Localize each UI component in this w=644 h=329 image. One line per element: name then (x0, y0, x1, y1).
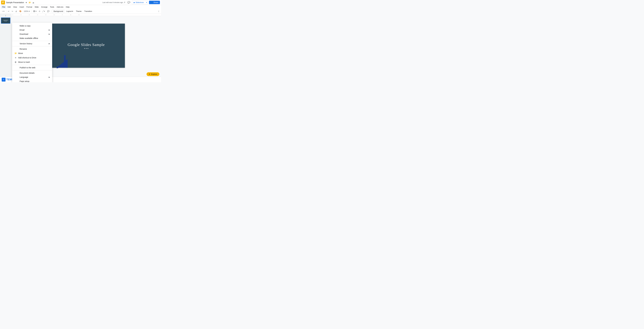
menu-edit[interactable]: Edit (6, 6, 12, 8)
title-icons: ★ 📁 ☁ (25, 1, 34, 4)
menu-item-publish[interactable]: Publish to the web (12, 66, 52, 70)
menu-item-add-shortcut[interactable]: ⊕ Add shortcut to Drive (12, 56, 52, 60)
menu-view[interactable]: View (12, 6, 18, 8)
menu-item-move[interactable]: 📁 Move (12, 51, 52, 56)
slide-canvas[interactable]: Google Slides Sample (48, 24, 125, 68)
svg-rect-1 (2, 2, 4, 2)
ruler-mark-6: 6 (54, 14, 62, 16)
folder-icon[interactable]: 📁 (28, 1, 31, 4)
menu-item-page-setup[interactable]: Page setup (12, 79, 52, 82)
ruler-mark-2: 2 (20, 14, 29, 16)
ruler-mark-7: 7 (62, 14, 70, 16)
slide-canvas-wrapper: Google Slides Sample (45, 16, 128, 75)
make-copy-label: Make a copy (20, 25, 30, 27)
comment-button[interactable]: 💬 (127, 0, 131, 4)
slide-number-1: 1 (5, 15, 6, 16)
main-area: 1 Google SlidesSample ⊞ ☰ 1 2 3 4 5 6 7 … (0, 14, 161, 82)
menu-insert[interactable]: Insert (18, 6, 25, 8)
transition-button[interactable]: Transition (83, 10, 93, 13)
background-button[interactable]: Background (52, 10, 64, 13)
explore-icon: ✦ (149, 73, 150, 75)
toolbar-divider-1 (6, 10, 6, 13)
last-edit-text: Last edit was 8 minutes ago (102, 2, 123, 4)
email-label: Email (20, 29, 24, 31)
menu-item-version-history[interactable]: Version history ▶ (12, 42, 52, 46)
collapse-button[interactable]: ⟨ (158, 10, 160, 13)
publish-label: Publish to the web (20, 66, 35, 69)
ruler: 1 2 3 4 5 6 7 8 9 (11, 14, 161, 16)
file-dropdown-menu: Make a copy Email ▶ Download ▶ Make avai… (12, 23, 52, 82)
menu-file[interactable]: File (1, 6, 6, 8)
menu-item-doc-details[interactable]: Document details (12, 71, 52, 75)
ruler-mark-4: 4 (37, 14, 45, 16)
document-title: Sample Presentation (6, 2, 24, 4)
select-button[interactable]: ⊙ (38, 10, 41, 13)
comment-tool-button[interactable]: 💬 (46, 10, 50, 13)
move-label: Move (18, 52, 23, 54)
svg-rect-3 (2, 3, 3, 3)
slide-dot-2 (86, 48, 87, 49)
menu-section-5: Document details Language ▶ Page setup P… (12, 70, 52, 82)
menu-item-make-offline[interactable]: Make available offline (12, 36, 52, 40)
theme-button[interactable]: Theme (75, 10, 82, 13)
present-button-group: ▶ Slideshow ▾ (132, 0, 148, 4)
template-logo-icon: T (2, 78, 6, 82)
print-button[interactable]: 🖨 (14, 10, 18, 13)
menu-item-rename[interactable]: Rename (12, 47, 52, 51)
menu-item-language[interactable]: Language ▶ (12, 75, 52, 79)
menu-format[interactable]: Format (26, 6, 33, 8)
activity-button[interactable]: ↗ (123, 0, 126, 4)
star-icon[interactable]: ★ (25, 1, 28, 4)
slide-thumbnail-1[interactable]: Google SlidesSample (1, 18, 10, 24)
menu-section-4: Publish to the web (12, 65, 52, 70)
make-offline-label: Make available offline (20, 37, 38, 39)
header-right: ↗ 💬 ▶ Slideshow ▾ 👤 Share (123, 0, 160, 4)
explore-button[interactable]: ✦ Explore (146, 72, 160, 76)
menu-tools[interactable]: Tools (49, 6, 55, 8)
menu-item-make-copy[interactable]: Make a copy (12, 24, 52, 28)
download-arrow-icon: ▶ (49, 33, 50, 35)
paint-format-button[interactable]: 🎨 (18, 10, 22, 13)
add-slide-button[interactable]: + ▾ (1, 10, 5, 13)
email-arrow-icon: ▶ (49, 29, 50, 31)
menu-section-2: Version history ▶ (12, 41, 52, 46)
menu-item-download[interactable]: Download ▶ (12, 32, 52, 36)
ruler-mark-5: 5 (45, 14, 54, 16)
zoom-button[interactable]: 100% ▾ (23, 10, 31, 13)
menu-item-email[interactable]: Email ▶ (12, 28, 52, 32)
ruler-mark-8: 8 (70, 14, 78, 16)
menu-section-1: Make a copy Email ▶ Download ▶ Make avai… (12, 23, 52, 41)
app-logo (1, 0, 5, 4)
share-button[interactable]: 👤 Share (149, 1, 160, 4)
undo-button[interactable]: ↩ (7, 10, 10, 13)
ruler-mark-1: 1 (12, 14, 20, 16)
redo-button[interactable]: ↪ (11, 10, 14, 13)
toolbar: + ▾ ↩ ↪ 🖨 🎨 100% ▾ 🖼 ▾ ⊙ ╱ ▾ 💬 Backgroun… (0, 9, 161, 14)
slideshow-button[interactable]: ▶ Slideshow (132, 0, 145, 4)
svg-text:T: T (3, 79, 4, 80)
language-arrow-icon: ▶ (49, 76, 50, 78)
slide-dots (84, 48, 88, 49)
add-shortcut-icon: ⊕ (14, 56, 17, 59)
menu-item-trash[interactable]: 🗑 Move to trash (12, 60, 52, 64)
menu-section-3: Rename 📁 Move ⊕ Add shortcut to Drive 🗑 … (12, 46, 52, 65)
language-label: Language (20, 76, 28, 78)
layout-button[interactable]: Layout ▾ (65, 10, 74, 13)
trash-icon: 🗑 (14, 61, 17, 63)
insert-image-button[interactable]: 🖼 ▾ (32, 10, 38, 13)
menu-addons[interactable]: Add-ons (56, 6, 64, 8)
slideshow-dropdown-button[interactable]: ▾ (145, 1, 148, 4)
title-bar: Sample Presentation ★ 📁 ☁ Last edit was … (0, 0, 161, 5)
menu-help[interactable]: Help (65, 6, 71, 8)
menu-slide[interactable]: Slide (34, 6, 40, 8)
line-tool-button[interactable]: ╱ ▾ (42, 10, 46, 13)
version-history-label: Version history (20, 42, 32, 45)
version-history-arrow-icon: ▶ (49, 43, 50, 44)
add-shortcut-label: Add shortcut to Drive (18, 56, 36, 59)
menu-arrange[interactable]: Arrange (40, 6, 48, 8)
ruler-marks: 1 2 3 4 5 6 7 8 9 (12, 14, 87, 16)
cloud-icon[interactable]: ☁ (32, 1, 34, 4)
move-folder-icon: 📁 (14, 52, 17, 54)
toolbar-divider-3 (51, 10, 51, 13)
ruler-mark-3: 3 (29, 14, 37, 16)
